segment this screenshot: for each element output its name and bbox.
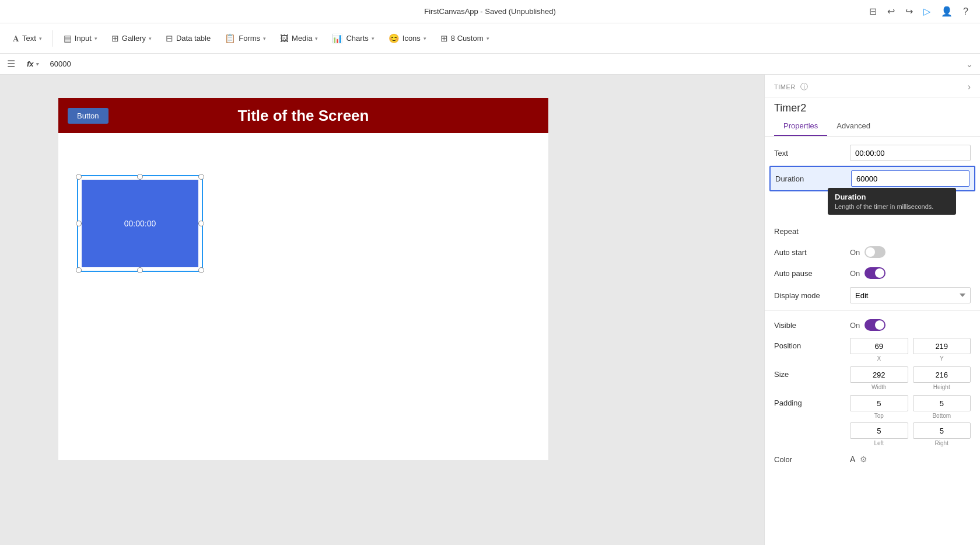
prop-label-text: Text [774, 149, 850, 158]
visible-toggle[interactable] [864, 319, 886, 331]
prop-row-size: Size Width Height [765, 364, 980, 393]
position-y-input[interactable] [913, 338, 971, 354]
tab-properties[interactable]: Properties [774, 117, 827, 136]
duration-input[interactable] [851, 170, 970, 187]
displaymode-select[interactable]: Edit View Disabled [850, 287, 971, 303]
prop-label-visible: Visible [774, 321, 850, 330]
padding-row-2: Left Right [850, 422, 971, 446]
handle-tl [76, 174, 82, 180]
prop-label-duration: Duration [775, 174, 851, 183]
custom-chevron: ▾ [487, 36, 489, 41]
prop-value-displaymode: Edit View Disabled [850, 287, 971, 303]
text-icon: 𝐀 [13, 33, 19, 44]
position-x-input[interactable] [850, 338, 908, 354]
toolbar-item-gallery[interactable]: ⊞ Gallery ▾ [106, 30, 158, 47]
formula-bar: ☰ fx ▾ ⌄ [0, 54, 980, 75]
font-icon: A [850, 455, 855, 464]
custom-icon: ⊞ [440, 33, 448, 44]
hamburger-icon[interactable]: ☰ [5, 56, 18, 72]
padding-top-label: Top [850, 413, 908, 419]
handle-ml [76, 221, 82, 226]
help-icon[interactable]: ? [963, 6, 968, 17]
prop-row-position: Position X Y [765, 336, 980, 364]
prop-value-duration [851, 170, 970, 187]
prop-value-color: A ⚙ [850, 455, 971, 464]
tab-advanced[interactable]: Advanced [827, 117, 880, 136]
gallery-icon: ⊞ [111, 33, 119, 44]
user-icon[interactable]: 👤 [941, 6, 953, 17]
input-chevron: ▾ [94, 36, 97, 41]
autostart-toggle[interactable] [864, 246, 886, 258]
padding-bottom-input[interactable] [913, 395, 971, 411]
monitor-icon[interactable]: ⊟ [869, 6, 877, 17]
toolbar-label-media: Media [292, 34, 312, 43]
expand-icon[interactable]: ⌄ [964, 57, 975, 71]
panel-tabs: Properties Advanced [765, 117, 980, 137]
toolbar: 𝐀 Text ▾ ▤ Input ▾ ⊞ Gallery ▾ ⊟ Data ta… [0, 23, 980, 54]
padding-left-label: Left [850, 440, 908, 446]
prop-row-text: Text [765, 141, 980, 165]
duration-container: Duration Duration Length of the timer in… [769, 166, 975, 191]
size-width-label: Width [850, 384, 908, 390]
padding-top-container: Top [850, 395, 908, 419]
screen-button[interactable]: Button [68, 108, 108, 124]
text-input[interactable] [850, 145, 971, 161]
autopause-toggle-container: On [850, 267, 971, 279]
prop-label-autopause: Auto pause [774, 269, 850, 278]
padding-right-label: Right [913, 440, 971, 446]
screen-header: Button Title of the Screen [58, 98, 548, 133]
handle-tr [198, 174, 204, 180]
color-row: A ⚙ [850, 455, 971, 464]
prop-row-padding: Padding Top Bottom [765, 393, 980, 449]
toolbar-item-custom[interactable]: ⊞ 8 Custom ▾ [435, 30, 495, 47]
position-inputs: X Y [850, 338, 971, 362]
padding-right-input[interactable] [913, 422, 971, 439]
app-title: FirstCanvasApp - Saved (Unpublished) [424, 7, 555, 16]
prop-row-repeat: Repeat [765, 221, 980, 242]
play-icon[interactable]: ▷ [923, 6, 930, 17]
fx-chevron[interactable]: ▾ [36, 61, 38, 67]
toolbar-item-media[interactable]: 🖼 Media ▾ [274, 30, 324, 47]
canvas-area[interactable]: Button Title of the Screen 00:00:00 [0, 75, 764, 545]
formula-input[interactable] [48, 56, 959, 72]
size-width-input[interactable] [850, 366, 908, 383]
toolbar-label-custom: 8 Custom [451, 34, 484, 43]
handle-bc [137, 267, 143, 273]
prop-row-displaymode: Display mode Edit View Disabled [765, 284, 980, 307]
media-chevron: ▾ [315, 36, 318, 41]
position-y-container: Y [913, 338, 971, 362]
redo-icon[interactable]: ↪ [905, 6, 913, 17]
prop-value-text [850, 145, 971, 161]
toolbar-item-icons[interactable]: 😊 Icons ▾ [383, 30, 432, 47]
fx-label: fx [27, 60, 34, 68]
color-settings-icon[interactable]: ⚙ [860, 455, 867, 464]
prop-label-color: Color [774, 455, 850, 464]
timer-display: 00:00:00 [124, 219, 156, 228]
toolbar-item-datatable[interactable]: ⊟ Data table [160, 30, 216, 47]
undo-icon[interactable]: ↩ [887, 6, 895, 17]
screen-title: Title of the Screen [238, 107, 369, 125]
handle-br [198, 267, 204, 273]
prop-row-autopause: Auto pause On [765, 263, 980, 284]
toolbar-item-text[interactable]: 𝐀 Text ▾ [7, 30, 48, 47]
timer-widget[interactable]: 00:00:00 [82, 180, 198, 267]
padding-top-input[interactable] [850, 395, 908, 411]
screen-container: Button Title of the Screen 00:00:00 [58, 98, 548, 460]
toolbar-divider-1 [52, 30, 53, 47]
text-chevron: ▾ [39, 36, 42, 41]
toolbar-item-input[interactable]: ▤ Input ▾ [58, 30, 103, 47]
timer-selection-wrapper[interactable]: 00:00:00 [82, 180, 198, 267]
autopause-toggle-label: On [850, 269, 860, 278]
autopause-toggle[interactable] [864, 267, 886, 279]
position-x-container: X [850, 338, 908, 362]
toolbar-item-charts[interactable]: 📊 Charts ▾ [326, 30, 380, 47]
help-circle-icon[interactable]: ⓘ [800, 82, 808, 92]
padding-left-input[interactable] [850, 422, 908, 439]
size-height-container: Height [913, 366, 971, 390]
toolbar-label-text: Text [22, 34, 36, 43]
position-y-label: Y [913, 355, 971, 362]
toolbar-item-forms[interactable]: 📋 Forms ▾ [219, 30, 272, 47]
duration-tooltip: Duration Length of the timer in millisec… [828, 188, 956, 215]
size-height-input[interactable] [913, 366, 971, 383]
panel-expand-icon[interactable]: › [968, 82, 971, 92]
